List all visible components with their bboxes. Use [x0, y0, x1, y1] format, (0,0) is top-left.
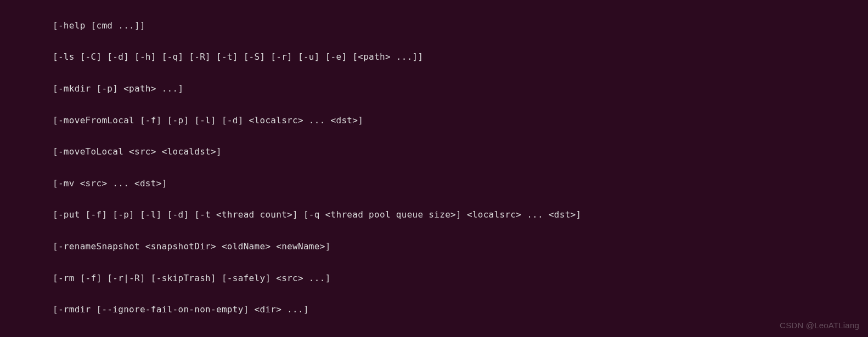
help-line: [-mkdir [-p] <path> ...]: [53, 81, 868, 97]
help-line: [-rm [-f] [-r|-R] [-skipTrash] [-safely]…: [53, 271, 868, 287]
help-line: [-put [-f] [-p] [-l] [-d] [-t <thread co…: [53, 207, 868, 223]
help-line: [-moveToLocal <src> <localdst>]: [53, 144, 868, 160]
help-line: [-rmdir [--ignore-fail-on-non-empty] <di…: [53, 302, 868, 318]
terminal-output: [-help [cmd ...]] [-ls [-C] [-d] [-h] [-…: [0, 0, 868, 337]
help-line: [-mv <src> ... <dst>]: [53, 176, 868, 192]
help-line: [-help [cmd ...]]: [53, 18, 868, 34]
help-line: [-ls [-C] [-d] [-h] [-q] [-R] [-t] [-S] …: [53, 49, 868, 65]
help-line: [-moveFromLocal [-f] [-p] [-l] [-d] <loc…: [53, 113, 868, 129]
help-line: [-setfacl [-R] [{-b|-k} {-m|-x <acl_spec…: [53, 334, 868, 337]
watermark: CSDN @LeoATLiang: [780, 318, 859, 333]
help-line: [-renameSnapshot <snapshotDir> <oldName>…: [53, 239, 868, 255]
